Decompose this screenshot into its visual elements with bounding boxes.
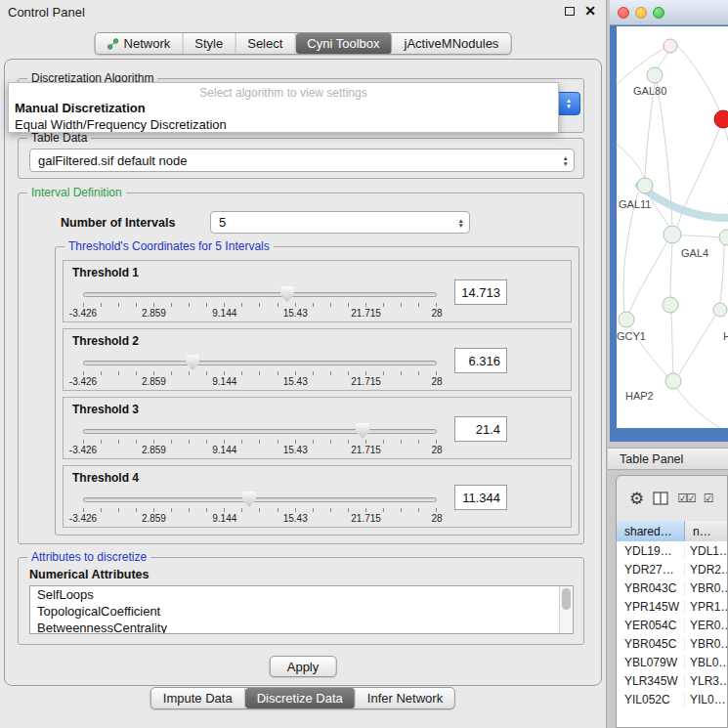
tab-jactivemnodules[interactable]: jActiveMNodules — [393, 33, 511, 54]
slider-ticks — [83, 508, 437, 512]
network-node[interactable] — [619, 312, 634, 327]
network-node[interactable] — [664, 39, 677, 53]
slider-track[interactable] — [83, 429, 437, 434]
table-cell[interactable]: YDR27… — [617, 563, 685, 577]
network-node[interactable] — [719, 230, 728, 245]
tab-infer-network[interactable]: Infer Network — [356, 688, 454, 708]
slider-track[interactable] — [83, 361, 437, 365]
threshold-value-field[interactable]: 14.713 — [454, 279, 507, 305]
table-cell[interactable]: YBR0… — [685, 581, 727, 595]
scrollbar-thumb[interactable] — [562, 588, 571, 610]
number-of-intervals-select[interactable]: 5 ▲ ▼ — [210, 211, 470, 234]
threshold-3-panel: Threshold 3 -3.4262.8599.14415.4321.7152… — [63, 397, 572, 459]
threshold-value-field[interactable]: 11.344 — [454, 485, 507, 510]
network-node[interactable] — [637, 178, 653, 193]
close-icon[interactable]: ✕ — [584, 6, 596, 17]
gear-icon[interactable]: ⚙ — [629, 491, 644, 507]
network-node[interactable] — [665, 373, 681, 389]
attribute-item[interactable]: BetweennessCentrality — [30, 620, 573, 634]
table-cell[interactable]: YER0… — [685, 619, 727, 632]
control-panel-tabs: Network Style Select Cyni Toolbox jActiv… — [95, 32, 512, 55]
slider-thumb[interactable] — [242, 492, 256, 507]
table-data-group-title: Table Data — [27, 131, 91, 145]
slider-track[interactable] — [83, 497, 437, 502]
threshold-value-field[interactable]: 6.316 — [454, 348, 507, 373]
slider-scale-label: 2.859 — [142, 445, 166, 455]
tab-cyni-toolbox[interactable]: Cyni Toolbox — [295, 33, 392, 54]
slider-scale-label: 9.144 — [212, 445, 236, 455]
threshold-3-slider[interactable]: -3.4262.8599.14415.4321.71528 — [83, 421, 437, 458]
table-row[interactable]: YBR043CYBR0… — [617, 578, 727, 597]
table-cell[interactable]: YDL19… — [617, 544, 685, 558]
stepper-arrows-icon: ▲ ▼ — [458, 217, 464, 228]
close-traffic-light-icon[interactable] — [618, 7, 629, 19]
tab-network[interactable]: Network — [96, 33, 184, 54]
table-cell[interactable]: YIL0… — [685, 693, 727, 707]
list-scrollbar[interactable] — [559, 586, 573, 633]
table-row[interactable]: YBL079WYBL0… — [617, 653, 727, 671]
table-cell[interactable]: YBL0… — [685, 656, 727, 669]
slider-scale-label: 9.144 — [212, 308, 236, 319]
network-node-label: GAL11 — [619, 198, 651, 210]
tab-style[interactable]: Style — [183, 33, 236, 54]
table-cell[interactable]: YPR1… — [685, 600, 727, 614]
network-node[interactable] — [663, 297, 678, 313]
tab-label: Cyni Toolbox — [307, 36, 379, 51]
table-row[interactable]: YER054CYER0… — [617, 616, 727, 634]
network-node[interactable] — [647, 67, 663, 83]
columns-icon[interactable] — [653, 492, 668, 505]
attribute-item[interactable]: TopologicalCoefficient — [30, 603, 573, 620]
table-row[interactable]: YIL052CYIL0… — [617, 690, 727, 708]
slider-scale-label: 2.859 — [142, 376, 166, 387]
table-row[interactable]: YDR27…YDR2… — [617, 560, 727, 578]
float-window-icon[interactable] — [565, 7, 575, 16]
algorithm-option-equal-width-frequency[interactable]: Equal Width/Frequency Discretization — [9, 116, 558, 133]
table-body: YDL19…YDL1…YDR27…YDR2…YBR043CYBR0…YPR145… — [617, 541, 727, 727]
select-rows-icon[interactable]: ☑ — [704, 492, 712, 505]
table-cell[interactable]: YBR045C — [617, 637, 685, 651]
slider-thumb[interactable] — [186, 355, 199, 370]
attributes-list[interactable]: SelfLoopsTopologicalCoefficientBetweenne… — [29, 585, 574, 634]
tab-impute-data[interactable]: Impute Data — [151, 688, 245, 708]
table-row[interactable]: YPR145WYPR1… — [617, 597, 727, 616]
table-cell[interactable]: YBR0… — [685, 637, 727, 651]
slider-track[interactable] — [83, 292, 437, 297]
apply-button[interactable]: Apply — [270, 656, 337, 677]
threshold-value-field[interactable]: 21.4 — [454, 416, 507, 442]
column-header-shared-name[interactable]: shared… — [617, 521, 685, 541]
network-node[interactable] — [714, 110, 728, 128]
table-cell[interactable]: YLR3… — [685, 674, 727, 688]
minimize-traffic-light-icon[interactable] — [635, 7, 647, 19]
interval-definition-title: Interval Definition — [27, 186, 126, 199]
table-cell[interactable]: YBL079W — [617, 656, 685, 669]
threshold-1-slider[interactable]: -3.4262.8599.14415.4321.71528 — [83, 284, 437, 321]
table-row[interactable]: YLR345WYLR3… — [617, 671, 727, 690]
tab-select[interactable]: Select — [236, 33, 295, 54]
table-cell[interactable]: YDL1… — [685, 544, 727, 558]
threshold-2-slider[interactable]: -3.4262.8599.14415.4321.71528 — [83, 353, 437, 390]
slider-scale-label: -3.426 — [69, 308, 97, 319]
tab-discretize-data[interactable]: Discretize Data — [245, 688, 356, 708]
column-header-name[interactable]: n… — [685, 521, 727, 541]
network-canvas[interactable]: GAL80GAL11GAL4GCY1HHAP2 — [617, 26, 728, 428]
table-row[interactable]: YBR045CYBR0… — [617, 634, 727, 653]
network-node[interactable] — [713, 303, 727, 317]
algorithm-option-manual-discretization[interactable]: Manual Discretization — [9, 100, 558, 116]
table-cell[interactable]: YLR345W — [617, 674, 685, 688]
table-cell[interactable]: YIL052C — [617, 693, 685, 707]
table-cell[interactable]: YBR043C — [617, 581, 685, 595]
threshold-4-slider[interactable]: -3.4262.8599.14415.4321.71528 — [83, 490, 437, 527]
select-all-rows-icon[interactable]: ☑☑ — [677, 492, 695, 505]
slider-thumb[interactable] — [280, 286, 294, 302]
attribute-item[interactable]: SelfLoops — [30, 586, 573, 603]
network-node[interactable] — [664, 226, 681, 243]
table-cell[interactable]: YER054C — [617, 619, 685, 632]
zoom-traffic-light-icon[interactable] — [653, 7, 664, 19]
table-data-select[interactable]: galFiltered.sif default node ▲ ▼ — [29, 149, 575, 172]
slider-scale: -3.4262.8599.14415.4321.71528 — [83, 513, 437, 525]
table-row[interactable]: YDL19…YDL1… — [617, 541, 727, 560]
table-cell[interactable]: YPR145W — [617, 600, 685, 614]
attributes-group-title: Attributes to discretize — [27, 550, 150, 564]
table-cell[interactable]: YDR2… — [685, 563, 727, 577]
slider-thumb[interactable] — [356, 423, 369, 439]
